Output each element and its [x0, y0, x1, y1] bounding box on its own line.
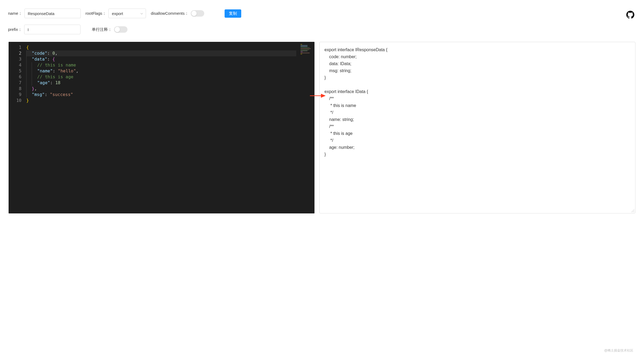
editor-minimap[interactable] [298, 42, 314, 213]
prefix-field-group: prefix： [8, 25, 80, 34]
singleline-comment-switch[interactable] [114, 26, 127, 33]
disallow-comments-label: disallowComments： [151, 11, 189, 16]
prefix-label: prefix： [8, 27, 22, 32]
output-panel[interactable]: export interface IResponseData { code: n… [319, 42, 635, 213]
name-field-group: name： [8, 9, 81, 18]
copy-button[interactable]: 复制 [225, 9, 241, 18]
github-icon[interactable] [626, 11, 634, 19]
name-input[interactable] [24, 9, 81, 18]
name-label: name： [8, 11, 22, 16]
toolbar-row-2: prefix： 单行注释： [8, 25, 636, 34]
toolbar: name： rootFlags： export disallowComments… [0, 0, 644, 37]
rootflags-select[interactable]: export [108, 9, 146, 18]
rootflags-label: rootFlags： [86, 11, 107, 16]
main-area: 12345678910 { "code": 0, "data": { // th… [0, 37, 644, 220]
rootflags-selected-value: export [112, 11, 123, 16]
json-editor[interactable]: 12345678910 { "code": 0, "data": { // th… [9, 42, 314, 213]
singleline-comment-group: 单行注释： [92, 26, 127, 33]
disallow-comments-group: disallowComments： [151, 10, 204, 17]
editor-code[interactable]: { "code": 0, "data": { // this is name "… [24, 42, 298, 213]
singleline-comment-label: 单行注释： [92, 27, 112, 32]
toolbar-row-1: name： rootFlags： export disallowComments… [8, 9, 636, 18]
editor-gutter: 12345678910 [9, 42, 24, 213]
resize-handle-icon[interactable] [631, 209, 634, 212]
prefix-input[interactable] [24, 25, 80, 34]
disallow-comments-switch[interactable] [191, 10, 204, 17]
chevron-down-icon [140, 12, 143, 15]
svg-line-3 [634, 212, 634, 212]
rootflags-field-group: rootFlags： export [86, 9, 146, 18]
